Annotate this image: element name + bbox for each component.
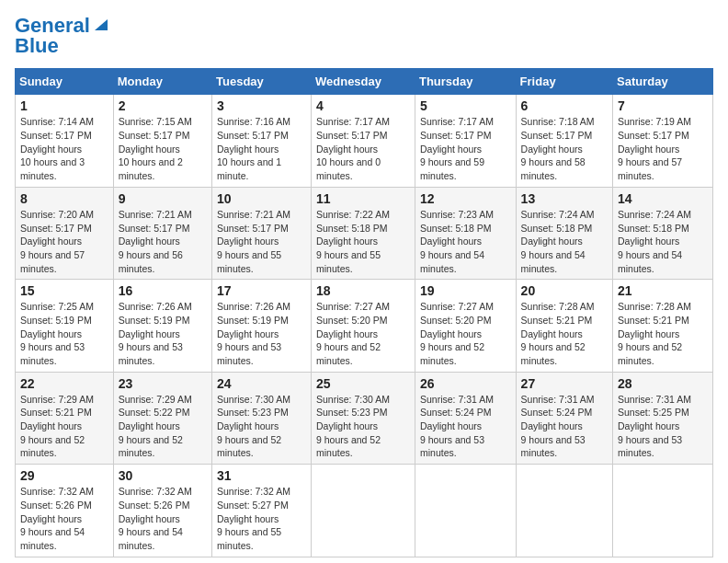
logo-text-blue: Blue xyxy=(15,34,59,57)
calendar-cell: 4 Sunrise: 7:17 AM Sunset: 5:17 PM Dayli… xyxy=(311,95,415,187)
col-header-sunday: Sunday xyxy=(16,69,114,95)
calendar-cell: 12 Sunrise: 7:23 AM Sunset: 5:18 PM Dayl… xyxy=(415,187,516,279)
day-number: 14 xyxy=(618,191,708,206)
calendar-cell: 26 Sunrise: 7:31 AM Sunset: 5:24 PM Dayl… xyxy=(415,372,516,464)
day-info: Sunrise: 7:17 AM Sunset: 5:17 PM Dayligh… xyxy=(316,115,410,182)
day-number: 8 xyxy=(20,191,108,206)
day-number: 4 xyxy=(316,98,410,113)
calendar-cell: 8 Sunrise: 7:20 AM Sunset: 5:17 PM Dayli… xyxy=(16,187,114,279)
day-number: 20 xyxy=(521,283,608,298)
calendar-header-row: SundayMondayTuesdayWednesdayThursdayFrid… xyxy=(16,69,713,95)
day-info: Sunrise: 7:24 AM Sunset: 5:18 PM Dayligh… xyxy=(618,208,708,275)
calendar-cell: 14 Sunrise: 7:24 AM Sunset: 5:18 PM Dayl… xyxy=(613,187,713,279)
day-info: Sunrise: 7:26 AM Sunset: 5:19 PM Dayligh… xyxy=(119,300,207,367)
calendar-cell: 7 Sunrise: 7:19 AM Sunset: 5:17 PM Dayli… xyxy=(613,95,713,187)
day-number: 24 xyxy=(217,376,306,391)
calendar-cell: 9 Sunrise: 7:21 AM Sunset: 5:17 PM Dayli… xyxy=(113,187,211,279)
day-number: 27 xyxy=(521,376,608,391)
calendar-cell: 16 Sunrise: 7:26 AM Sunset: 5:19 PM Dayl… xyxy=(113,280,211,372)
day-info: Sunrise: 7:31 AM Sunset: 5:24 PM Dayligh… xyxy=(420,393,511,460)
calendar-week-row: 15 Sunrise: 7:25 AM Sunset: 5:19 PM Dayl… xyxy=(16,280,713,372)
day-info: Sunrise: 7:31 AM Sunset: 5:25 PM Dayligh… xyxy=(618,393,708,460)
calendar-cell: 30 Sunrise: 7:32 AM Sunset: 5:26 PM Dayl… xyxy=(113,465,211,557)
day-info: Sunrise: 7:24 AM Sunset: 5:18 PM Dayligh… xyxy=(521,208,608,275)
day-number: 15 xyxy=(20,283,108,298)
svg-marker-0 xyxy=(95,19,108,30)
calendar-cell: 22 Sunrise: 7:29 AM Sunset: 5:21 PM Dayl… xyxy=(16,372,114,464)
day-info: Sunrise: 7:21 AM Sunset: 5:17 PM Dayligh… xyxy=(119,208,207,275)
col-header-tuesday: Tuesday xyxy=(212,69,312,95)
day-number: 5 xyxy=(420,98,511,113)
day-info: Sunrise: 7:27 AM Sunset: 5:20 PM Dayligh… xyxy=(420,300,511,367)
logo: General Blue xyxy=(15,15,109,57)
day-info: Sunrise: 7:15 AM Sunset: 5:17 PM Dayligh… xyxy=(119,115,207,182)
day-number: 11 xyxy=(316,191,410,206)
day-info: Sunrise: 7:23 AM Sunset: 5:18 PM Dayligh… xyxy=(420,208,511,275)
day-info: Sunrise: 7:25 AM Sunset: 5:19 PM Dayligh… xyxy=(20,300,108,367)
calendar-cell: 18 Sunrise: 7:27 AM Sunset: 5:20 PM Dayl… xyxy=(311,280,415,372)
day-info: Sunrise: 7:29 AM Sunset: 5:22 PM Dayligh… xyxy=(119,393,207,460)
calendar-cell: 6 Sunrise: 7:18 AM Sunset: 5:17 PM Dayli… xyxy=(516,95,612,187)
day-info: Sunrise: 7:27 AM Sunset: 5:20 PM Dayligh… xyxy=(316,300,410,367)
day-number: 25 xyxy=(316,376,410,391)
day-info: Sunrise: 7:20 AM Sunset: 5:17 PM Dayligh… xyxy=(20,208,108,275)
day-info: Sunrise: 7:29 AM Sunset: 5:21 PM Dayligh… xyxy=(20,393,108,460)
col-header-friday: Friday xyxy=(516,69,612,95)
day-number: 1 xyxy=(20,98,108,113)
day-number: 16 xyxy=(119,283,207,298)
logo-icon xyxy=(93,16,109,32)
day-number: 26 xyxy=(420,376,511,391)
calendar-cell: 17 Sunrise: 7:26 AM Sunset: 5:19 PM Dayl… xyxy=(212,280,312,372)
day-number: 9 xyxy=(119,191,207,206)
calendar-cell xyxy=(415,465,516,557)
day-info: Sunrise: 7:30 AM Sunset: 5:23 PM Dayligh… xyxy=(217,393,306,460)
day-number: 22 xyxy=(20,376,108,391)
day-info: Sunrise: 7:26 AM Sunset: 5:19 PM Dayligh… xyxy=(217,300,306,367)
col-header-wednesday: Wednesday xyxy=(311,69,415,95)
day-info: Sunrise: 7:18 AM Sunset: 5:17 PM Dayligh… xyxy=(521,115,608,182)
day-info: Sunrise: 7:32 AM Sunset: 5:26 PM Dayligh… xyxy=(119,485,207,552)
page-header: General Blue xyxy=(15,15,713,57)
day-info: Sunrise: 7:19 AM Sunset: 5:17 PM Dayligh… xyxy=(618,115,708,182)
calendar-cell: 25 Sunrise: 7:30 AM Sunset: 5:23 PM Dayl… xyxy=(311,372,415,464)
calendar-cell: 2 Sunrise: 7:15 AM Sunset: 5:17 PM Dayli… xyxy=(113,95,211,187)
calendar-cell: 21 Sunrise: 7:28 AM Sunset: 5:21 PM Dayl… xyxy=(613,280,713,372)
calendar-cell: 28 Sunrise: 7:31 AM Sunset: 5:25 PM Dayl… xyxy=(613,372,713,464)
calendar-week-row: 29 Sunrise: 7:32 AM Sunset: 5:26 PM Dayl… xyxy=(16,465,713,557)
calendar-cell: 20 Sunrise: 7:28 AM Sunset: 5:21 PM Dayl… xyxy=(516,280,612,372)
day-number: 17 xyxy=(217,283,306,298)
day-info: Sunrise: 7:32 AM Sunset: 5:27 PM Dayligh… xyxy=(217,485,306,552)
calendar-cell: 10 Sunrise: 7:21 AM Sunset: 5:17 PM Dayl… xyxy=(212,187,312,279)
day-number: 13 xyxy=(521,191,608,206)
calendar-cell: 31 Sunrise: 7:32 AM Sunset: 5:27 PM Dayl… xyxy=(212,465,312,557)
calendar-cell xyxy=(516,465,612,557)
day-number: 30 xyxy=(119,468,207,483)
day-number: 29 xyxy=(20,468,108,483)
day-info: Sunrise: 7:28 AM Sunset: 5:21 PM Dayligh… xyxy=(618,300,708,367)
day-info: Sunrise: 7:14 AM Sunset: 5:17 PM Dayligh… xyxy=(20,115,108,182)
day-number: 23 xyxy=(119,376,207,391)
day-info: Sunrise: 7:16 AM Sunset: 5:17 PM Dayligh… xyxy=(217,115,306,182)
day-number: 31 xyxy=(217,468,306,483)
calendar-week-row: 8 Sunrise: 7:20 AM Sunset: 5:17 PM Dayli… xyxy=(16,187,713,279)
day-number: 6 xyxy=(521,98,608,113)
col-header-thursday: Thursday xyxy=(415,69,516,95)
calendar-cell: 11 Sunrise: 7:22 AM Sunset: 5:18 PM Dayl… xyxy=(311,187,415,279)
day-number: 10 xyxy=(217,191,306,206)
calendar-week-row: 1 Sunrise: 7:14 AM Sunset: 5:17 PM Dayli… xyxy=(16,95,713,187)
day-number: 7 xyxy=(618,98,708,113)
day-number: 3 xyxy=(217,98,306,113)
day-number: 18 xyxy=(316,283,410,298)
calendar-cell: 23 Sunrise: 7:29 AM Sunset: 5:22 PM Dayl… xyxy=(113,372,211,464)
calendar-cell: 13 Sunrise: 7:24 AM Sunset: 5:18 PM Dayl… xyxy=(516,187,612,279)
day-number: 28 xyxy=(618,376,708,391)
day-info: Sunrise: 7:17 AM Sunset: 5:17 PM Dayligh… xyxy=(420,115,511,182)
calendar-cell: 19 Sunrise: 7:27 AM Sunset: 5:20 PM Dayl… xyxy=(415,280,516,372)
day-number: 19 xyxy=(420,283,511,298)
calendar-cell: 24 Sunrise: 7:30 AM Sunset: 5:23 PM Dayl… xyxy=(212,372,312,464)
day-info: Sunrise: 7:22 AM Sunset: 5:18 PM Dayligh… xyxy=(316,208,410,275)
calendar-cell: 27 Sunrise: 7:31 AM Sunset: 5:24 PM Dayl… xyxy=(516,372,612,464)
day-info: Sunrise: 7:31 AM Sunset: 5:24 PM Dayligh… xyxy=(521,393,608,460)
calendar-cell: 15 Sunrise: 7:25 AM Sunset: 5:19 PM Dayl… xyxy=(16,280,114,372)
day-number: 21 xyxy=(618,283,708,298)
